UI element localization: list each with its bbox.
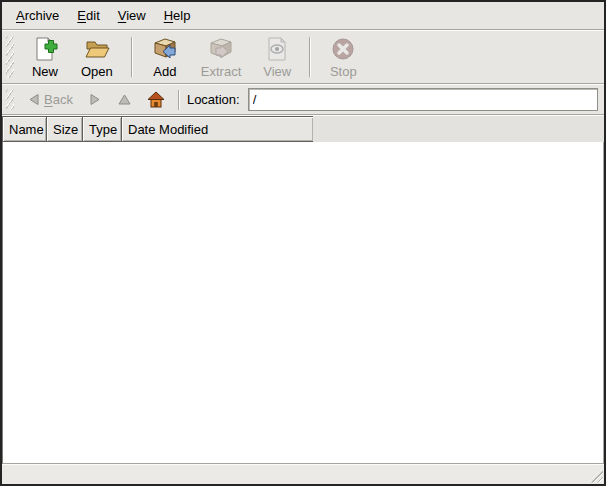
- new-document-icon: [31, 35, 59, 63]
- home-button[interactable]: [142, 89, 170, 110]
- statusbar: [2, 464, 604, 484]
- toolbar-button-label: New: [32, 64, 58, 79]
- column-header-type[interactable]: Type: [82, 116, 122, 142]
- menu-label-mnemonic: V: [118, 8, 126, 23]
- locationbar-separator: [178, 90, 180, 110]
- column-header-size[interactable]: Size: [46, 116, 83, 142]
- menu-label-post: elp: [173, 8, 190, 23]
- back-label: Back: [44, 92, 73, 107]
- locationbar-drag-handle[interactable]: [6, 89, 14, 110]
- toolbar-separator: [131, 37, 133, 77]
- stop-icon: [329, 35, 357, 63]
- file-list-header: Name Size Type Date Modified: [2, 116, 604, 142]
- extract-button[interactable]: Extract: [192, 32, 250, 82]
- up-button[interactable]: [113, 91, 136, 108]
- stop-button[interactable]: Stop: [320, 32, 366, 82]
- toolbar-button-label: View: [263, 64, 291, 79]
- open-button[interactable]: Open: [72, 32, 122, 82]
- menu-edit[interactable]: Edit: [68, 4, 108, 27]
- toolbar-button-label: Stop: [330, 64, 357, 79]
- column-header-date-modified[interactable]: Date Modified: [121, 116, 314, 142]
- new-button[interactable]: New: [22, 32, 68, 82]
- forward-arrow-icon: [89, 93, 102, 106]
- resize-grip-icon[interactable]: [587, 467, 603, 483]
- menu-help[interactable]: Help: [155, 4, 200, 27]
- home-icon: [147, 91, 165, 108]
- location-input[interactable]: [248, 88, 598, 111]
- column-header-filler: [313, 116, 604, 142]
- menubar: Archive Edit View Help: [2, 2, 604, 29]
- toolbar-button-label: Extract: [201, 64, 241, 79]
- view-button[interactable]: View: [254, 32, 300, 82]
- add-button[interactable]: Add: [142, 32, 188, 82]
- forward-button[interactable]: [84, 91, 107, 108]
- menu-label-mnemonic: A: [16, 8, 25, 23]
- menu-label-post: rchive: [25, 8, 60, 23]
- back-button[interactable]: Back: [22, 90, 78, 109]
- toolbar-button-label: Open: [81, 64, 113, 79]
- main-toolbar: New Open Add: [2, 31, 604, 83]
- back-arrow-icon: [27, 93, 40, 106]
- archive-manager-window: Archive Edit View Help New: [0, 0, 606, 486]
- toolbar-button-label: Add: [153, 64, 176, 79]
- toolbar-drag-handle[interactable]: [6, 36, 14, 78]
- menu-view[interactable]: View: [109, 4, 155, 27]
- extract-icon: [207, 35, 235, 63]
- view-file-icon: [263, 35, 291, 63]
- menu-label-post: dit: [86, 8, 100, 23]
- location-label: Location:: [187, 92, 240, 107]
- menu-label-mnemonic: H: [164, 8, 173, 23]
- open-folder-icon: [83, 35, 111, 63]
- location-bar: Back Location:: [2, 85, 604, 114]
- menu-label-mnemonic: E: [77, 8, 86, 23]
- column-header-name[interactable]: Name: [2, 116, 47, 142]
- file-list-viewport[interactable]: [2, 142, 604, 464]
- menu-archive[interactable]: Archive: [7, 4, 68, 27]
- menu-label-post: iew: [126, 8, 146, 23]
- up-arrow-icon: [118, 93, 131, 106]
- add-to-archive-icon: [151, 35, 179, 63]
- toolbar-separator: [309, 37, 311, 77]
